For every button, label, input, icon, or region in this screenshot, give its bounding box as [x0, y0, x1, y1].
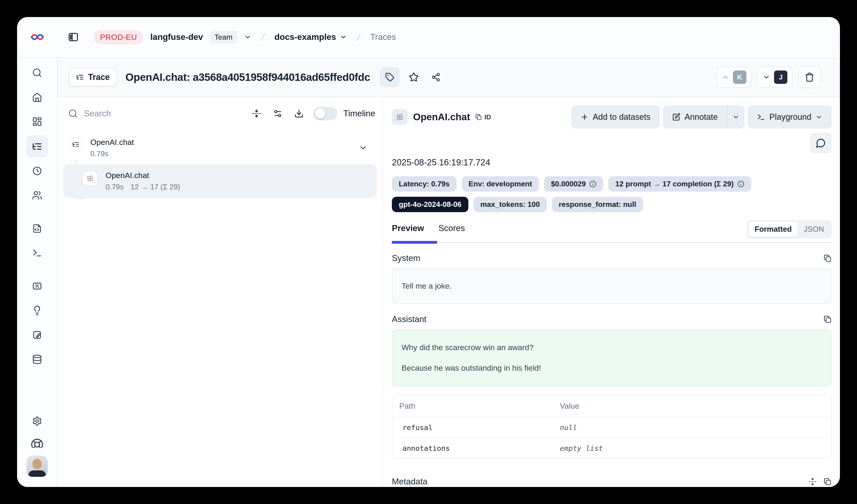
tag-button[interactable]	[380, 67, 400, 87]
assistant-message-line: Why did the scarecrow win an award?	[402, 342, 822, 353]
sidebar-item-dashboards[interactable]	[30, 114, 45, 129]
breadcrumb-org[interactable]: langfuse-dev	[150, 32, 203, 42]
view-mode-formatted[interactable]: Formatted	[749, 222, 798, 237]
chevron-down-icon	[762, 73, 770, 81]
breadcrumb-section[interactable]: Traces	[370, 32, 396, 42]
copy-system-button[interactable]	[823, 254, 831, 262]
tab-scores[interactable]: Scores	[438, 223, 465, 233]
table-header-row: Path Value	[392, 395, 831, 417]
copy-id-button[interactable]: ID	[475, 113, 491, 121]
org-type-badge: Team	[210, 31, 237, 44]
observation-header: OpenAI.chat ID Add to datasets	[392, 105, 831, 128]
add-to-datasets-button[interactable]: Add to datasets	[571, 105, 660, 128]
tag-icon	[385, 73, 394, 82]
icon-sidebar	[17, 57, 57, 487]
collapse-chevron-icon[interactable]	[359, 143, 367, 152]
bookmark-star-button[interactable]	[406, 69, 422, 85]
sidebar-item-search[interactable]	[30, 65, 45, 80]
sidebar-item-settings[interactable]	[30, 414, 45, 429]
star-icon	[409, 72, 419, 82]
plus-icon	[581, 113, 589, 121]
observation-tree: OpenAI.chat 0.79s OpenAI.chat	[57, 130, 382, 198]
annotate-label: Annotate	[685, 112, 718, 122]
sidebar-item-playground[interactable]	[30, 246, 45, 260]
info-icon[interactable]	[737, 180, 744, 188]
info-icon[interactable]	[589, 180, 596, 188]
sidebar-item-support[interactable]	[31, 438, 44, 448]
list-tree-icon	[72, 141, 80, 148]
org-switcher-chevron-icon[interactable]	[244, 33, 251, 41]
timeline-toggle[interactable]	[314, 107, 337, 120]
trash-icon	[805, 72, 814, 82]
response-format-badge: response_format: null	[552, 197, 643, 212]
sidebar-item-users[interactable]	[30, 188, 45, 203]
comment-row	[392, 133, 831, 153]
annotate-button[interactable]: Annotate	[663, 105, 727, 128]
next-trace-button[interactable]: J	[757, 67, 792, 88]
sidebar-item-annotation[interactable]	[30, 328, 45, 342]
trace-node-info: OpenAI.chat 0.79s	[90, 138, 134, 158]
cost-badge: $0.000029	[544, 176, 603, 192]
expand-metadata-button[interactable]	[809, 478, 817, 486]
project-switcher-chevron-icon[interactable]	[340, 33, 347, 41]
observation-actions: Add to datasets Annotate	[571, 105, 831, 128]
list-tree-icon	[32, 141, 43, 152]
tree-settings-button[interactable]	[271, 107, 284, 120]
database-icon	[32, 354, 42, 364]
openai-icon	[85, 174, 95, 183]
sidebar-item-tracing[interactable]	[26, 136, 48, 158]
download-button[interactable]	[292, 107, 306, 120]
chevron-down-icon	[816, 114, 822, 120]
tree-row-trace[interactable]: OpenAI.chat 0.79s	[63, 135, 376, 160]
annotate-dropdown-button[interactable]	[727, 105, 744, 128]
max-tokens-badge: max_tokens: 100	[473, 197, 547, 212]
add-to-datasets-label: Add to datasets	[593, 112, 651, 122]
trace-header-bar: Trace OpenAI.chat: a3568a4051958f944016a…	[57, 57, 840, 97]
view-mode-json[interactable]: JSON	[798, 222, 830, 237]
delete-trace-button[interactable]	[799, 66, 821, 88]
copy-metadata-button[interactable]	[823, 477, 831, 486]
search-input[interactable]	[84, 109, 242, 118]
metadata-section-header: Metadata	[392, 477, 831, 486]
sidebar-item-datasets[interactable]	[30, 352, 45, 367]
assistant-section-header: Assistant	[392, 314, 831, 324]
unfold-vertical-icon	[809, 478, 817, 486]
langfuse-logo[interactable]	[17, 33, 57, 41]
breadcrumb-project-label: docs-examples	[274, 32, 336, 42]
copy-assistant-button[interactable]	[823, 315, 831, 324]
sidebar-item-home[interactable]	[30, 90, 45, 105]
sidebar-item-scores[interactable]	[30, 279, 45, 294]
value-cell: empty list	[553, 438, 831, 458]
path-column-header: Path	[392, 395, 553, 417]
sidebar-toggle-button[interactable]	[66, 30, 81, 45]
active-tab-indicator	[392, 241, 437, 244]
sidebar-item-prompts[interactable]	[30, 221, 45, 236]
download-icon	[295, 109, 304, 118]
percent-card-icon	[32, 281, 42, 291]
tree-row-generation-selected[interactable]: OpenAI.chat 0.79s 12 → 17 (Σ 29)	[63, 164, 376, 198]
model-badge[interactable]: gpt-4o-2024-08-06	[392, 197, 468, 212]
trace-type-badge: Trace	[69, 68, 117, 86]
system-section-header: System	[392, 254, 831, 263]
user-avatar[interactable]	[27, 456, 48, 477]
trace-node-name: OpenAI.chat	[90, 138, 134, 147]
generation-node-tokens: 12 → 17 (Σ 29)	[131, 183, 180, 191]
playground-button[interactable]: Playground	[748, 105, 831, 128]
environment-badge: PROD-EU	[94, 30, 144, 45]
comments-button[interactable]	[810, 133, 831, 153]
collapse-all-button[interactable]	[250, 107, 263, 120]
breadcrumb-project[interactable]: docs-examples	[274, 32, 347, 42]
generation-node-duration: 0.79s	[105, 183, 123, 191]
sidebar-item-evaluation[interactable]	[30, 303, 45, 318]
terminal-icon	[757, 113, 765, 121]
table-row: annotations empty list	[392, 438, 831, 458]
chevron-down-icon	[733, 114, 739, 120]
trace-node-duration: 0.79s	[90, 150, 108, 158]
share-button[interactable]	[428, 69, 444, 85]
id-label: ID	[484, 113, 491, 121]
sidebar-item-sessions[interactable]	[30, 163, 45, 178]
system-message-box: Tell me a joke.	[392, 268, 831, 304]
tab-preview[interactable]: Preview	[392, 223, 424, 233]
previous-trace-button[interactable]: K	[717, 67, 752, 88]
tree-search-row: Timeline	[57, 97, 382, 130]
